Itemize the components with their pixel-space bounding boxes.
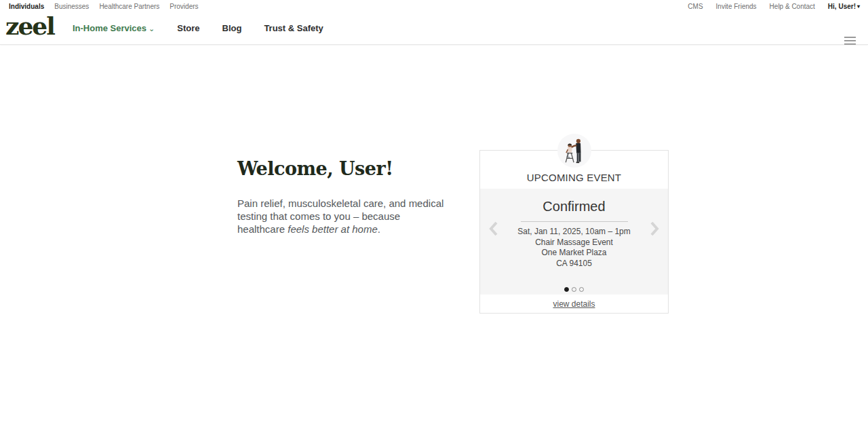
invite-friends-link[interactable]: Invite Friends (716, 3, 757, 10)
chair-massage-illustration (561, 137, 587, 164)
carousel-dot[interactable] (572, 287, 576, 292)
carousel-dot[interactable] (564, 287, 569, 292)
intro-text-period: . (378, 223, 380, 235)
chevron-down-icon: ▾ (857, 3, 860, 10)
event-details: Sat, Jan 11, 2025, 10am – 1pm Chair Mass… (480, 227, 668, 269)
audience-tabs: Individuals Businesses Healthcare Partne… (9, 3, 209, 10)
chevron-down-icon: ⌄ (149, 24, 155, 33)
event-name: Chair Massage Event (480, 238, 668, 248)
intro-text-italic: feels better at home (288, 223, 378, 235)
user-menu-label: Hi, User! (828, 3, 856, 10)
chevron-right-icon (650, 221, 659, 236)
tab-businesses[interactable]: Businesses (54, 3, 89, 10)
chevron-left-icon (489, 221, 498, 236)
event-card-body: Confirmed Sat, Jan 11, 2025, 10am – 1pm … (480, 189, 668, 296)
hamburger-bar (844, 37, 856, 38)
view-details-link[interactable]: view details (553, 299, 595, 309)
user-menu[interactable]: Hi, User!▾ (828, 3, 860, 10)
event-card-footer: view details (480, 295, 668, 313)
hamburger-bar (844, 40, 856, 41)
chair-massage-icon (557, 134, 591, 168)
carousel-dots (480, 287, 668, 292)
carousel-dot[interactable] (579, 287, 584, 292)
nav-links: In-Home Services⌄ Store Blog Trust & Saf… (73, 23, 346, 33)
help-contact-link[interactable]: Help & Contact (770, 3, 815, 10)
zeel-logo[interactable]: zeel (5, 14, 54, 38)
tab-individuals[interactable]: Individuals (9, 3, 44, 10)
utility-bar: Individuals Businesses Healthcare Partne… (0, 0, 868, 12)
divider (521, 221, 628, 222)
carousel-next-button[interactable] (650, 221, 659, 236)
nav-trust-safety[interactable]: Trust & Safety (264, 23, 323, 33)
main-nav: zeel In-Home Services⌄ Store Blog Trust … (0, 12, 868, 45)
page-content: Welcome, User! Pain relief, musculoskele… (0, 45, 868, 433)
event-status: Confirmed (480, 199, 668, 214)
intro-text: Pain relief, musculoskeletal care, and m… (237, 197, 449, 236)
upcoming-event-card: UPCOMING EVENT Confirmed Sat, Jan 11, 20… (479, 150, 669, 314)
tab-providers[interactable]: Providers (170, 3, 198, 10)
nav-blog[interactable]: Blog (222, 23, 242, 33)
event-datetime: Sat, Jan 11, 2025, 10am – 1pm (480, 227, 668, 238)
tab-healthcare-partners[interactable]: Healthcare Partners (99, 3, 159, 10)
event-address-line2: CA 94105 (480, 259, 668, 269)
carousel-prev-button[interactable] (489, 221, 498, 236)
nav-in-home-services[interactable]: In-Home Services⌄ (73, 23, 155, 33)
utility-links: CMS Invite Friends Help & Contact Hi, Us… (675, 3, 860, 10)
event-address-line1: One Market Plaza (480, 248, 668, 259)
nav-in-home-services-label: In-Home Services (73, 23, 146, 33)
event-card-header: UPCOMING EVENT (480, 172, 668, 183)
cms-link[interactable]: CMS (688, 3, 703, 10)
page-title: Welcome, User! (237, 158, 393, 179)
nav-store[interactable]: Store (177, 23, 199, 33)
